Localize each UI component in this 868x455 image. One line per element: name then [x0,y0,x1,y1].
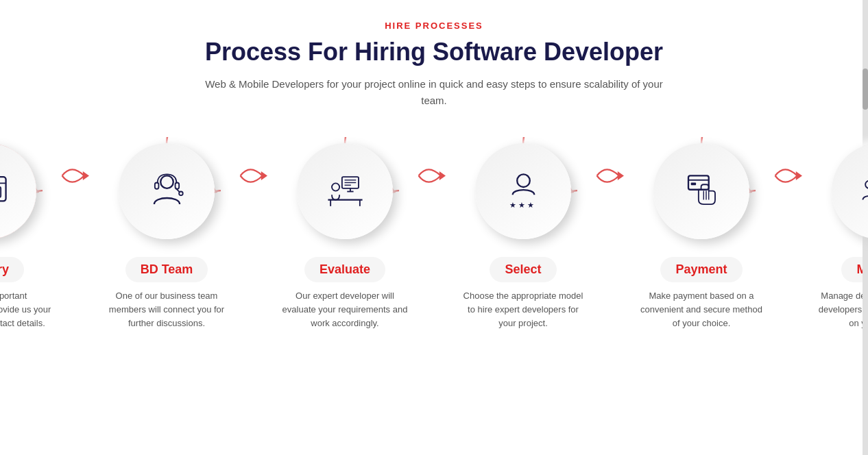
connector-arrow-5 [772,157,810,195]
step-desc-select: Choose the appropriate model to hire exp… [455,289,592,330]
step-desc-inquiry: Post your important requirements to prov… [0,289,57,330]
step-desc-manage: Manage dedicated Indian app developers w… [811,289,868,330]
svg-point-28 [332,183,339,190]
step-circle-wrapper-inquiry [0,136,43,246]
connector-arrow-1 [59,157,97,195]
step-label-inquiry: Inquiry [0,262,9,276]
manage-icon [858,169,869,214]
step-label-box-payment: Payment [660,257,742,282]
step-label-bd-team: BD Team [141,262,193,276]
step-label-evaluate: Evaluate [320,262,370,276]
step-item-evaluate: Evaluate Our expert developer will evalu… [276,136,413,330]
svg-marker-32 [439,171,445,180]
step-label-payment: Payment [675,262,727,276]
steps-row: Inquiry Post your important requirements… [27,136,841,330]
step-circle-evaluate [297,143,393,239]
svg-point-49 [865,180,868,188]
step-label-box-select: Select [490,257,556,282]
select-icon: ★ ★ ★ [501,169,546,214]
step-circle-payment [653,143,749,239]
step-circle-wrapper-bd-team [112,136,221,246]
step-desc-evaluate: Our expert developer will evaluate your … [276,289,413,330]
arrow-connector-2 [235,157,276,195]
svg-marker-46 [795,171,801,180]
connector-arrow-3 [415,157,453,195]
step-item-manage: Manage Manage dedicated Indian app devel… [811,136,868,330]
step-item-select: ★ ★ ★ Select Choose the appropriate mode… [455,136,592,330]
connector-arrow-2 [237,157,275,195]
svg-text:★: ★ [509,200,516,208]
step-label-box-inquiry: Inquiry [0,257,24,282]
arrow-connector-1 [57,157,98,195]
step-circle-select: ★ ★ ★ [475,143,571,239]
svg-rect-17 [175,182,179,188]
svg-text:★: ★ [518,200,525,208]
svg-marker-20 [261,171,267,180]
page-wrapper: HIRE PROCESSES Process For Hiring Softwa… [0,0,868,358]
section-description: Web & Mobile Developers for your project… [201,76,667,109]
step-item-inquiry: Inquiry Post your important requirements… [0,136,57,330]
arrow-connector-3 [413,157,455,195]
step-circle-bd-team [119,143,215,239]
evaluate-icon [323,169,367,214]
step-circle-wrapper-payment [647,136,756,246]
svg-point-15 [160,175,173,188]
step-label-select: Select [505,262,541,276]
step-desc-bd-team: One of our business team members will co… [98,289,235,330]
step-circle-wrapper-select: ★ ★ ★ [468,136,578,246]
arrow-connector-4 [592,157,633,195]
svg-rect-40 [688,175,709,189]
svg-point-19 [179,191,183,195]
bd-team-icon [145,169,189,214]
connector-arrow-4 [594,157,631,195]
step-label-box-evaluate: Evaluate [304,257,385,282]
svg-point-34 [517,174,530,187]
arrow-connector-5 [770,157,811,195]
svg-marker-13 [82,171,88,180]
svg-marker-38 [617,171,623,180]
scrollbar-thumb[interactable] [863,69,868,110]
section-title: Process For Hiring Software Developer [27,38,841,66]
step-item-payment: Payment Make payment based on a convenie… [633,136,770,330]
inquiry-icon [0,169,11,214]
payment-icon [679,169,724,214]
step-desc-payment: Make payment based on a convenient and s… [633,289,770,330]
step-circle-wrapper-manage [825,136,868,246]
svg-rect-16 [154,182,158,188]
section-tag: HIRE PROCESSES [27,21,841,31]
step-circle-wrapper-evaluate [290,136,400,246]
svg-rect-42 [690,182,695,185]
svg-rect-6 [0,187,1,197]
svg-text:★: ★ [527,200,534,208]
step-item-bd-team: BD Team One of our business team members… [98,136,235,330]
step-label-box-bd-team: BD Team [125,257,208,282]
